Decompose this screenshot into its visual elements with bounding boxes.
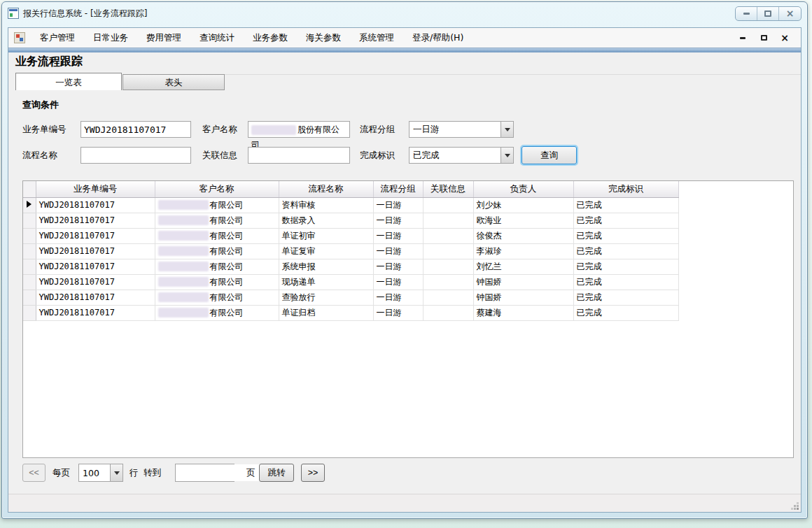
cell-process[interactable]: 系统申报 bbox=[279, 259, 373, 274]
jump-button[interactable]: 跳转 bbox=[259, 464, 294, 482]
minimize-button[interactable] bbox=[736, 7, 757, 20]
menu-item-2[interactable]: 费用管理 bbox=[137, 29, 190, 48]
row-selector-cell[interactable] bbox=[23, 305, 36, 320]
cell-related[interactable] bbox=[423, 243, 473, 259]
menu-item-0[interactable]: 客户管理 bbox=[31, 29, 84, 48]
tab-overview[interactable]: 一览表 bbox=[15, 73, 122, 90]
group-combobox[interactable]: 一日游 bbox=[409, 121, 514, 138]
cell-owner[interactable]: 蔡建海 bbox=[473, 305, 573, 320]
cell-order_no[interactable]: YWDJ20181107017 bbox=[36, 197, 155, 213]
menu-item-6[interactable]: 系统管理 bbox=[350, 29, 403, 48]
mdi-minimize-button[interactable] bbox=[738, 33, 748, 43]
cell-order_no[interactable]: YWDJ20181107017 bbox=[36, 259, 155, 274]
cell-order_no[interactable]: YWDJ20181107017 bbox=[36, 213, 155, 228]
row-selector-cell[interactable] bbox=[23, 274, 36, 290]
row-selector-cell[interactable] bbox=[23, 197, 36, 213]
menu-item-5[interactable]: 海关参数 bbox=[297, 29, 350, 48]
cell-status[interactable]: 已完成 bbox=[573, 305, 678, 320]
close-button[interactable]: × bbox=[779, 7, 801, 20]
cell-group[interactable]: 一日游 bbox=[373, 243, 423, 259]
table-row[interactable]: YWDJ20181107017有限公司查验放行一日游钟国娇已完成 bbox=[23, 290, 678, 305]
tab-header[interactable]: 表头 bbox=[122, 74, 225, 90]
cell-owner[interactable]: 刘忆兰 bbox=[473, 259, 573, 274]
next-page-button[interactable]: >> bbox=[301, 464, 325, 482]
cell-owner[interactable]: 刘少妹 bbox=[473, 197, 573, 213]
related-input[interactable] bbox=[248, 147, 350, 164]
cell-status[interactable]: 已完成 bbox=[573, 197, 678, 213]
customer-input[interactable]: 股份有限公司 bbox=[248, 121, 350, 138]
cell-group[interactable]: 一日游 bbox=[373, 228, 423, 243]
cell-customer_visible[interactable]: 有限公司 bbox=[155, 290, 279, 305]
table-row[interactable]: YWDJ20181107017有限公司系统申报一日游刘忆兰已完成 bbox=[23, 259, 678, 274]
row-selector-cell[interactable] bbox=[23, 213, 36, 228]
mdi-close-button[interactable]: × bbox=[780, 33, 790, 43]
cell-related[interactable] bbox=[423, 290, 473, 305]
title-bar[interactable]: 报关行信息系统 - [业务流程跟踪] × bbox=[2, 2, 807, 24]
cell-process[interactable]: 资料审核 bbox=[279, 197, 373, 213]
cell-customer_visible[interactable]: 有限公司 bbox=[155, 259, 279, 274]
cell-related[interactable] bbox=[423, 228, 473, 243]
cell-process[interactable]: 数据录入 bbox=[279, 213, 373, 228]
cell-customer_visible[interactable]: 有限公司 bbox=[155, 274, 279, 290]
cell-status[interactable]: 已完成 bbox=[573, 259, 678, 274]
cell-group[interactable]: 一日游 bbox=[373, 259, 423, 274]
cell-customer_visible[interactable]: 有限公司 bbox=[155, 243, 279, 259]
menu-item-1[interactable]: 日常业务 bbox=[84, 29, 137, 48]
cell-related[interactable] bbox=[423, 259, 473, 274]
mdi-restore-button[interactable] bbox=[759, 33, 769, 43]
cell-process[interactable]: 单证复审 bbox=[279, 243, 373, 259]
table-row[interactable]: YWDJ20181107017有限公司单证复审一日游李淑珍已完成 bbox=[23, 243, 678, 259]
cell-process[interactable]: 单证初审 bbox=[279, 228, 373, 243]
table-row[interactable]: YWDJ20181107017有限公司数据录入一日游欧海业已完成 bbox=[23, 213, 678, 228]
cell-owner[interactable]: 钟国娇 bbox=[473, 290, 573, 305]
per-page-combobox[interactable]: 100 bbox=[78, 464, 123, 482]
search-button[interactable]: 查询 bbox=[522, 146, 577, 164]
cell-customer_visible[interactable]: 有限公司 bbox=[155, 197, 279, 213]
cell-order_no[interactable]: YWDJ20181107017 bbox=[36, 274, 155, 290]
row-selector-cell[interactable] bbox=[23, 243, 36, 259]
cell-owner[interactable]: 欧海业 bbox=[473, 213, 573, 228]
cell-group[interactable]: 一日游 bbox=[373, 305, 423, 320]
cell-group[interactable]: 一日游 bbox=[373, 197, 423, 213]
menu-item-3[interactable]: 查询统计 bbox=[190, 29, 244, 48]
cell-order_no[interactable]: YWDJ20181107017 bbox=[36, 290, 155, 305]
process-input[interactable] bbox=[80, 147, 191, 164]
table-row[interactable]: YWDJ20181107017有限公司现场递单一日游钟国娇已完成 bbox=[23, 274, 678, 290]
cell-status[interactable]: 已完成 bbox=[573, 274, 678, 290]
table-row[interactable]: YWDJ20181107017有限公司资料审核一日游刘少妹已完成 bbox=[23, 197, 678, 213]
cell-customer_visible[interactable]: 有限公司 bbox=[155, 213, 279, 228]
cell-group[interactable]: 一日游 bbox=[373, 274, 423, 290]
cell-process[interactable]: 查验放行 bbox=[279, 290, 373, 305]
restore-button[interactable] bbox=[757, 7, 779, 20]
cell-status[interactable]: 已完成 bbox=[573, 290, 678, 305]
cell-related[interactable] bbox=[423, 197, 473, 213]
resize-grip[interactable] bbox=[797, 508, 799, 510]
cell-status[interactable]: 已完成 bbox=[573, 228, 678, 243]
cell-group[interactable]: 一日游 bbox=[373, 290, 423, 305]
cell-customer_visible[interactable]: 有限公司 bbox=[155, 305, 279, 320]
cell-owner[interactable]: 徐俊杰 bbox=[473, 228, 573, 243]
order-no-input[interactable] bbox=[80, 121, 191, 138]
row-selector-cell[interactable] bbox=[23, 259, 36, 274]
menu-item-4[interactable]: 业务参数 bbox=[244, 29, 297, 48]
cell-group[interactable]: 一日游 bbox=[373, 213, 423, 228]
cell-customer_visible[interactable]: 有限公司 bbox=[155, 228, 279, 243]
cell-related[interactable] bbox=[423, 274, 473, 290]
table-row[interactable]: YWDJ20181107017有限公司单证初审一日游徐俊杰已完成 bbox=[23, 228, 678, 243]
cell-status[interactable]: 已完成 bbox=[573, 243, 678, 259]
cell-process[interactable]: 现场递单 bbox=[279, 274, 373, 290]
cell-owner[interactable]: 钟国娇 bbox=[473, 274, 573, 290]
menu-item-7[interactable]: 登录/帮助(H) bbox=[403, 29, 472, 48]
cell-related[interactable] bbox=[423, 305, 473, 320]
cell-order_no[interactable]: YWDJ20181107017 bbox=[36, 243, 155, 259]
cell-status[interactable]: 已完成 bbox=[573, 213, 678, 228]
status-combobox[interactable]: 已完成 bbox=[409, 147, 514, 164]
table-row[interactable]: YWDJ20181107017有限公司单证归档一日游蔡建海已完成 bbox=[23, 305, 678, 320]
row-selector-cell[interactable] bbox=[23, 290, 36, 305]
prev-page-button[interactable]: << bbox=[22, 464, 46, 482]
cell-related[interactable] bbox=[423, 213, 473, 228]
cell-owner[interactable]: 李淑珍 bbox=[473, 243, 573, 259]
per-page-combobox-button[interactable] bbox=[110, 464, 122, 481]
status-combobox-button[interactable] bbox=[500, 148, 513, 163]
cell-order_no[interactable]: YWDJ20181107017 bbox=[36, 305, 155, 320]
